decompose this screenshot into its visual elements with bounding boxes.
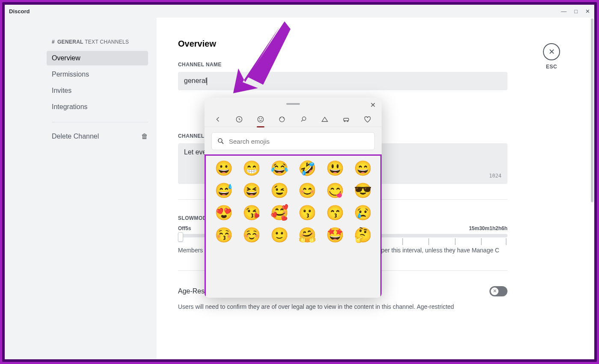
age-restricted-toggle[interactable]: ✕	[489, 286, 507, 296]
emoji-cell[interactable]: 😉	[269, 183, 289, 198]
emoji-cell[interactable]: 😗	[297, 205, 317, 220]
emoji-picker: ✕ 😀😁😂🤣😃😄😅😆😉😊😋😎😍😘🥰😗😙😢😚☺️🙂🤗🤩🤔	[205, 98, 382, 298]
emoji-search-input[interactable]	[229, 138, 369, 145]
food-category-icon[interactable]	[299, 115, 308, 124]
emoji-cell[interactable]: 😀	[214, 161, 234, 175]
titlebar: Discord — □ ✕	[5, 5, 594, 18]
window-maximize-button[interactable]: □	[574, 8, 578, 15]
emoji-cell[interactable]: 😄	[353, 161, 373, 175]
emoji-cell[interactable]: 🥰	[269, 205, 289, 220]
emoji-cell[interactable]: 😆	[241, 183, 261, 198]
char-counter: 1024	[489, 173, 501, 179]
recent-icon[interactable]	[234, 115, 244, 124]
channel-name-label: CHANNEL NAME	[178, 62, 552, 68]
page-title: Overview	[178, 39, 552, 49]
breadcrumb-category: TEXT CHANNELS	[85, 39, 129, 45]
emoji-cell[interactable]: 😂	[269, 161, 289, 175]
app-name: Discord	[9, 8, 30, 15]
svg-point-3	[258, 116, 263, 122]
emoji-cell[interactable]: 🤣	[297, 161, 317, 175]
svg-point-11	[218, 139, 222, 142]
window-close-button[interactable]: ✕	[585, 8, 590, 15]
emoji-cell[interactable]: ☺️	[241, 228, 261, 242]
emoji-cell[interactable]: 🙂	[269, 228, 289, 242]
emoji-cell[interactable]: 😚	[214, 228, 234, 242]
delete-channel-button[interactable]: Delete Channel 🗑	[52, 130, 148, 143]
emoji-cell[interactable]: 😎	[353, 183, 373, 198]
picker-close-button[interactable]: ✕	[370, 101, 376, 109]
toggle-knob: ✕	[491, 287, 498, 295]
svg-point-5	[261, 118, 262, 119]
svg-point-7	[302, 117, 306, 120]
search-icon	[217, 137, 225, 145]
scrollbar[interactable]	[591, 18, 593, 202]
divider	[52, 122, 148, 122]
trash-icon: 🗑	[141, 133, 148, 140]
emoji-cell[interactable]: 😋	[325, 183, 345, 198]
back-icon[interactable]	[213, 115, 222, 124]
emoji-search[interactable]	[211, 132, 375, 150]
sidebar-item-permissions[interactable]: Permissions	[47, 67, 148, 82]
window-minimize-button[interactable]: —	[561, 8, 566, 15]
svg-point-4	[259, 118, 260, 119]
emoji-cell[interactable]: 😙	[325, 205, 345, 220]
settings-sidebar: #GENERAL TEXT CHANNELS Overview Permissi…	[5, 18, 157, 359]
emoji-cell[interactable]: 🤔	[353, 228, 373, 242]
activity-category-icon[interactable]	[320, 115, 329, 124]
slider-thumb[interactable]	[178, 232, 183, 242]
drag-handle[interactable]	[286, 103, 300, 105]
emoji-cell[interactable]: 😃	[325, 161, 345, 175]
emoji-cell[interactable]: 😘	[241, 205, 261, 220]
breadcrumb: #GENERAL TEXT CHANNELS	[52, 39, 148, 45]
emoji-cell[interactable]: 😍	[214, 205, 234, 220]
travel-category-icon[interactable]	[341, 115, 351, 124]
sidebar-item-invites[interactable]: Invites	[47, 83, 148, 98]
text-cursor	[207, 77, 207, 85]
sidebar-item-integrations[interactable]: Integrations	[47, 100, 148, 114]
emoji-cell[interactable]: 😢	[353, 205, 373, 220]
svg-point-10	[347, 121, 348, 122]
hash-icon: #	[52, 39, 55, 45]
emoji-cell[interactable]: 😅	[214, 183, 234, 198]
channel-name-input[interactable]: general	[178, 72, 507, 90]
svg-point-9	[344, 121, 345, 122]
emoji-cell[interactable]: 😊	[297, 183, 317, 198]
close-settings-button[interactable]: ✕	[543, 43, 560, 60]
emoji-cell[interactable]: 🤗	[297, 228, 317, 242]
animals-category-icon[interactable]	[277, 115, 287, 124]
emoji-cell[interactable]: 🤩	[325, 228, 345, 242]
age-restricted-description: Users will need to confirm they are of o…	[178, 302, 507, 311]
close-label: ESC	[543, 64, 560, 70]
emoji-cell[interactable]: 😁	[241, 161, 261, 175]
smiley-category-icon[interactable]	[256, 115, 265, 124]
heart-category-icon[interactable]	[363, 115, 372, 124]
sidebar-item-overview[interactable]: Overview	[47, 51, 148, 65]
